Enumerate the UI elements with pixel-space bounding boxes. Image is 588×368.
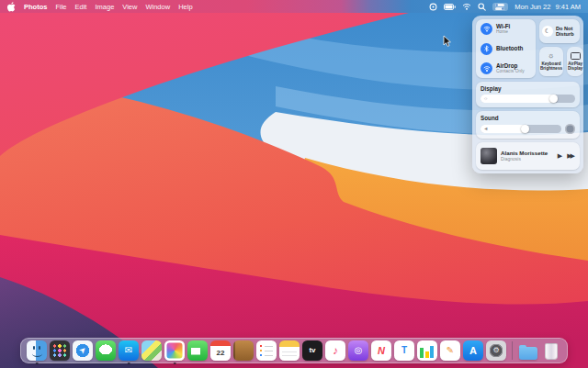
keyboard-brightness-label: Keyboard Brightness (540, 61, 562, 72)
control-center-panel: Wi-Fi Home Bluetooth (472, 16, 583, 173)
speaker-icon: ◄ (483, 127, 488, 132)
dock-facetime-icon[interactable] (187, 340, 208, 361)
active-app-menu[interactable]: Photos (24, 3, 47, 11)
dock-mail-icon[interactable]: ✉ (119, 340, 139, 361)
airdrop-sublabel: Contacts Only (496, 69, 525, 73)
tv-app-icon: tv (302, 340, 322, 361)
contacts-app-icon (233, 340, 254, 361)
dock-contacts-icon[interactable] (233, 340, 254, 361)
sound-output-button[interactable] (565, 124, 575, 134)
album-art (481, 148, 497, 164)
dock-launchpad-icon[interactable] (50, 340, 70, 361)
wifi-icon[interactable] (462, 3, 471, 10)
dock-pages-icon[interactable]: ✎ (440, 340, 460, 361)
menu-file[interactable]: File (55, 3, 66, 11)
running-indicator-dot (128, 362, 130, 365)
dock-safari-icon[interactable]: ➤ (73, 340, 93, 361)
bluetooth-toggle-icon (481, 43, 492, 55)
spotlight-icon[interactable] (478, 3, 486, 11)
sound-slider-knob[interactable] (521, 125, 529, 133)
dock-numbers-icon[interactable] (417, 340, 437, 361)
airplay-display-button[interactable]: AirPlay Display (567, 47, 583, 76)
bluetooth-label: Bluetooth (496, 46, 523, 52)
calendar-app-icon: 22 (210, 340, 231, 361)
menu-view[interactable]: View (122, 3, 137, 11)
control-center-icon[interactable] (492, 3, 508, 11)
dock-podcasts-icon[interactable]: ◎ (348, 340, 368, 361)
airdrop-toggle[interactable]: AirDrop Contacts Only (481, 62, 531, 74)
battery-icon[interactable] (444, 4, 456, 10)
sound-volume-slider[interactable]: ◄ (481, 125, 561, 133)
wifi-label: Wi-Fi (496, 24, 510, 30)
display-card: Display ☼ (476, 82, 580, 107)
maps-app-icon (141, 340, 162, 361)
moon-icon: ☾ (542, 26, 553, 37)
display-slider-knob[interactable] (549, 95, 558, 103)
connectivity-card: Wi-Fi Home Bluetooth (476, 19, 536, 78)
dock-folder-icon[interactable] (518, 340, 538, 361)
bluetooth-toggle[interactable]: Bluetooth (481, 43, 531, 55)
photos-app-icon (164, 340, 185, 361)
keyboard-brightness-icon: ☼ (548, 52, 554, 60)
airdrop-toggle-icon (481, 62, 492, 74)
apple-menu-icon[interactable] (7, 2, 16, 12)
play-button[interactable]: ▶ (558, 152, 562, 160)
dock-maps-icon[interactable] (141, 340, 162, 361)
brightness-sun-icon: ☼ (483, 96, 488, 102)
safari-app-icon: ➤ (73, 340, 93, 361)
dock-appstore-icon[interactable]: A (463, 340, 483, 361)
next-track-button[interactable]: ▶▶ (567, 152, 575, 160)
dock-news-icon[interactable]: N (371, 340, 391, 361)
display-brightness-slider[interactable]: ☼ (481, 95, 575, 103)
podcasts-app-icon: ◎ (348, 340, 368, 361)
dock-reminders-icon[interactable] (256, 340, 277, 361)
notes-app-icon (279, 340, 300, 361)
dock-photos-icon[interactable] (164, 340, 185, 361)
dock-trash-icon[interactable] (541, 340, 561, 361)
display-monitor-icon (571, 52, 581, 60)
menu-bar-clock[interactable]: Mon Jun 22 9:41 AM (514, 3, 581, 11)
mail-app-icon: ✉ (119, 340, 139, 361)
dock-finder-icon[interactable] (27, 340, 47, 361)
wifi-toggle-icon (481, 23, 492, 35)
dock-notes-icon[interactable] (279, 340, 300, 361)
menu-bar: Photos FileEditImageViewWindowHelp (0, 0, 588, 13)
app-store-app-icon: A (463, 340, 483, 361)
wifi-toggle[interactable]: Wi-Fi Home (481, 23, 531, 35)
folder-shape (519, 347, 537, 360)
dock-music-icon[interactable]: ♪ (325, 340, 345, 361)
pages-app-icon: ✎ (440, 340, 460, 361)
running-indicator-dot (36, 362, 39, 365)
music-subtitle: Diagnosis (501, 157, 548, 162)
system-preferences-app-icon: ⚙ (486, 340, 506, 361)
clock-date: Mon Jun 22 (514, 3, 550, 11)
finder-app-icon (27, 340, 47, 361)
dock-divider (512, 341, 513, 360)
do-not-disturb-toggle[interactable]: ☾ Do Not Disturb (539, 19, 580, 43)
dock-keynote-icon[interactable]: T (394, 340, 414, 361)
keyboard-brightness-button[interactable]: ☼ Keyboard Brightness (539, 47, 563, 76)
running-indicator-dot (174, 362, 176, 365)
dock-calendar-icon[interactable]: 22 (210, 340, 231, 361)
menu-image[interactable]: Image (95, 3, 114, 11)
menu-window[interactable]: Window (145, 3, 170, 11)
dnd-label: Do Not Disturb (556, 26, 577, 37)
mouse-cursor (443, 35, 452, 48)
menu-edit[interactable]: Edit (75, 3, 87, 11)
airplay-display-label: AirPlay Display (568, 61, 582, 72)
music-app-icon: ♪ (325, 340, 345, 361)
status-circle-icon[interactable] (429, 3, 437, 11)
menu-help[interactable]: Help (178, 3, 192, 11)
keynote-app-icon: T (394, 340, 414, 361)
reminders-app-icon (256, 340, 277, 361)
trash-shape (545, 343, 558, 360)
wifi-sublabel: Home (496, 29, 510, 34)
sound-card: Sound ◄ (476, 111, 580, 139)
dock-tv-icon[interactable]: tv (302, 340, 322, 361)
numbers-app-icon (417, 340, 437, 361)
dock-messages-icon[interactable] (96, 340, 116, 361)
news-app-icon: N (371, 340, 391, 361)
dock-sysprefs-icon[interactable]: ⚙ (486, 340, 506, 361)
sound-label: Sound (481, 115, 575, 121)
music-widget[interactable]: Alanis Morissette Diagnosis ▶ ▶▶ (476, 142, 580, 170)
